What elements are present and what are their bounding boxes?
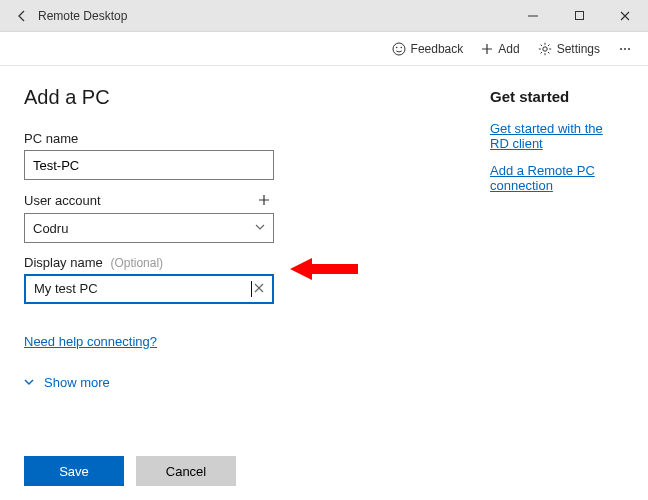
feedback-button[interactable]: Feedback xyxy=(386,38,470,60)
svg-point-16 xyxy=(628,48,630,50)
page-title: Add a PC xyxy=(24,86,314,109)
gear-icon xyxy=(538,42,552,56)
help-connecting-link[interactable]: Need help connecting? xyxy=(24,334,157,349)
close-icon xyxy=(254,283,264,293)
user-account-label: User account xyxy=(24,193,101,208)
chevron-down-icon xyxy=(255,222,265,234)
show-more-label: Show more xyxy=(44,375,110,390)
save-button[interactable]: Save xyxy=(24,456,124,486)
side-rail: Get started Get started with the RD clie… xyxy=(344,84,624,500)
minimize-button[interactable] xyxy=(510,0,556,32)
svg-point-4 xyxy=(400,46,402,48)
chevron-down-icon xyxy=(24,377,34,389)
svg-point-15 xyxy=(624,48,626,50)
settings-label: Settings xyxy=(557,42,600,56)
back-button[interactable] xyxy=(6,0,38,32)
display-name-label: Display name xyxy=(24,255,103,270)
cancel-button[interactable]: Cancel xyxy=(136,456,236,486)
rail-heading: Get started xyxy=(490,88,624,105)
svg-rect-1 xyxy=(575,12,583,20)
settings-button[interactable]: Settings xyxy=(532,38,606,60)
svg-line-13 xyxy=(540,52,541,53)
maximize-button[interactable] xyxy=(556,0,602,32)
svg-point-2 xyxy=(393,43,405,55)
plus-icon xyxy=(481,43,493,55)
add-label: Add xyxy=(498,42,519,56)
window-title: Remote Desktop xyxy=(38,9,127,23)
add-button[interactable]: Add xyxy=(475,38,525,60)
display-name-input[interactable]: My test PC xyxy=(24,274,274,304)
display-name-optional: (Optional) xyxy=(110,256,163,270)
user-account-value: Codru xyxy=(33,221,68,236)
svg-line-12 xyxy=(548,44,549,45)
app-toolbar: Feedback Add Settings xyxy=(0,32,648,66)
pc-name-input[interactable] xyxy=(24,150,274,180)
footer-buttons: Save Cancel xyxy=(24,456,236,486)
pc-name-label: PC name xyxy=(24,131,78,146)
svg-line-10 xyxy=(540,44,541,45)
plus-icon xyxy=(258,194,270,206)
svg-line-11 xyxy=(548,52,549,53)
show-more-toggle[interactable]: Show more xyxy=(24,375,314,390)
user-account-select[interactable]: Codru xyxy=(24,213,274,243)
feedback-icon xyxy=(392,42,406,56)
display-name-value: My test PC xyxy=(34,281,252,297)
feedback-label: Feedback xyxy=(411,42,464,56)
svg-point-3 xyxy=(395,46,397,48)
add-user-account-button[interactable] xyxy=(258,192,274,209)
main-form: Add a PC PC name User account Codru xyxy=(24,84,314,500)
close-button[interactable] xyxy=(602,0,648,32)
rail-link-add-pc[interactable]: Add a Remote PC connection xyxy=(490,163,624,193)
svg-point-14 xyxy=(620,48,622,50)
window-titlebar: Remote Desktop xyxy=(0,0,648,32)
clear-button[interactable] xyxy=(252,282,266,296)
svg-point-5 xyxy=(542,46,546,50)
rail-link-rd-client[interactable]: Get started with the RD client xyxy=(490,121,624,151)
ellipsis-icon xyxy=(618,42,632,56)
more-button[interactable] xyxy=(612,38,638,60)
